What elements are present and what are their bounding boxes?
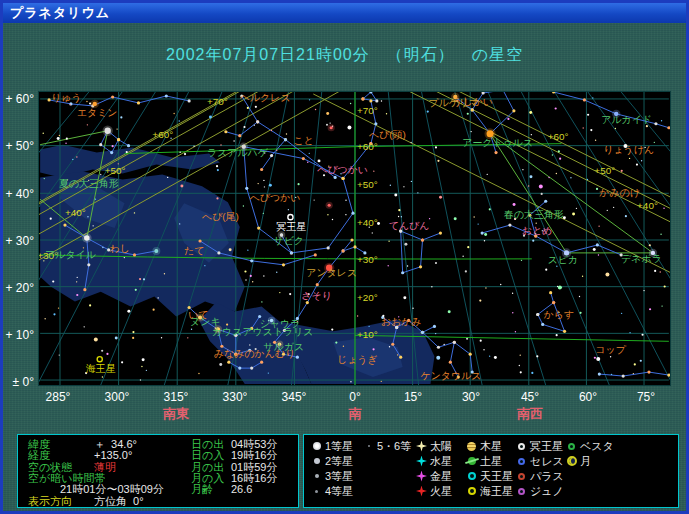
star: [663, 208, 664, 209]
star: [529, 175, 532, 178]
star: [289, 293, 291, 295]
star: [284, 138, 287, 141]
constellation-label: からす: [544, 309, 574, 320]
star: [307, 162, 308, 163]
constellation-label: アークトゥルス: [462, 137, 533, 148]
legend-panel: 1等星2等星3等星4等星5・6等太陽水星金星火星木星土星天王星海王星冥王星セレス…: [303, 434, 679, 508]
star: [411, 181, 412, 182]
info-label: 空の状態: [28, 462, 72, 473]
constellation-label: かみのけ: [599, 187, 640, 198]
grid-value-label: +60°: [548, 131, 569, 142]
star: [661, 305, 662, 306]
info-label: 表示方向: [28, 496, 72, 507]
y-axis-label: ± 0°: [3, 375, 34, 387]
star: [332, 219, 333, 220]
legend-label: 太陽: [430, 439, 452, 454]
constellation-label: アルカイド: [601, 114, 652, 125]
legend-item: 土星: [465, 455, 502, 467]
star: [59, 354, 60, 355]
planet-symbol: [97, 357, 102, 362]
y-axis-label: + 40°: [3, 187, 34, 199]
star-chart[interactable]: +70°+60°+50°+40°+30°+70°+60°+50°+40°+30°…: [38, 91, 671, 386]
legend-item: 冥王星: [515, 440, 563, 452]
star: [76, 294, 78, 296]
grid-value-label: +60°: [357, 141, 378, 152]
constellation-label: へびつかい: [317, 164, 368, 175]
star: [276, 150, 277, 151]
star: [615, 128, 616, 129]
star: [347, 125, 351, 129]
star: [596, 357, 600, 361]
planet-label: 海王星: [86, 363, 116, 374]
star: [343, 346, 344, 347]
star: [224, 130, 227, 133]
x-axis-label: 330°: [212, 390, 258, 404]
star: [625, 215, 627, 217]
title-bar[interactable]: プラネタリウム: [3, 3, 686, 23]
star: [70, 104, 71, 105]
bright-star: [154, 249, 158, 253]
star: [595, 140, 596, 141]
star: [268, 372, 269, 373]
pallas-icon: [518, 473, 525, 480]
grid-value-label: +50°: [594, 165, 615, 176]
star: [372, 232, 373, 233]
star: [373, 170, 374, 171]
star: [544, 200, 547, 203]
star: [611, 374, 612, 375]
legend-label: 冥王星: [530, 439, 563, 454]
star: [570, 177, 571, 178]
star: [83, 326, 84, 327]
star: [391, 343, 394, 346]
star: [260, 361, 263, 364]
legend-item: ジュノ: [515, 485, 564, 497]
star: [494, 151, 497, 154]
jupiter-icon: [467, 442, 476, 451]
constellation-label: シャウラ: [260, 318, 301, 329]
x-axis-label: 315°: [153, 390, 199, 404]
star: [250, 275, 252, 277]
star: [120, 116, 122, 118]
star: [106, 353, 108, 355]
mag3-icon: [315, 474, 319, 478]
pluto-icon: [518, 443, 525, 450]
star: [552, 154, 553, 155]
star: [649, 244, 651, 246]
star: [465, 270, 467, 272]
grid-value-label: +40°: [637, 200, 658, 211]
star: [193, 145, 194, 146]
star: [134, 212, 135, 213]
star: [127, 144, 130, 147]
constellation-label: こと: [293, 135, 313, 146]
grid-value-label: +70°: [357, 105, 378, 116]
star: [132, 331, 134, 333]
star: [661, 120, 662, 121]
star: [410, 142, 411, 143]
star: [187, 337, 188, 338]
star: [563, 330, 566, 333]
star: [217, 169, 219, 171]
star: [477, 223, 478, 224]
star: [522, 169, 523, 170]
star: [421, 238, 424, 241]
grid-value-label: +70°: [207, 96, 228, 107]
constellation-label: コップ: [595, 344, 626, 355]
star: [95, 198, 96, 199]
star: [372, 348, 374, 350]
constellation-line: [226, 122, 258, 136]
star: [454, 217, 457, 220]
constellation-line: [119, 140, 129, 146]
star: [579, 312, 581, 314]
star: [667, 373, 670, 376]
star: [233, 140, 234, 141]
grid-value-label: +20°: [357, 292, 378, 303]
legend-label: 火星: [430, 484, 452, 499]
star: [660, 234, 661, 235]
star: [238, 134, 241, 137]
star: [375, 99, 378, 102]
planet-symbol: [288, 215, 293, 220]
bright-star: [330, 126, 333, 129]
star: [654, 122, 657, 125]
legend-item: 1等星: [310, 440, 353, 452]
constellation-label: ラスアルハゲ: [207, 147, 269, 158]
